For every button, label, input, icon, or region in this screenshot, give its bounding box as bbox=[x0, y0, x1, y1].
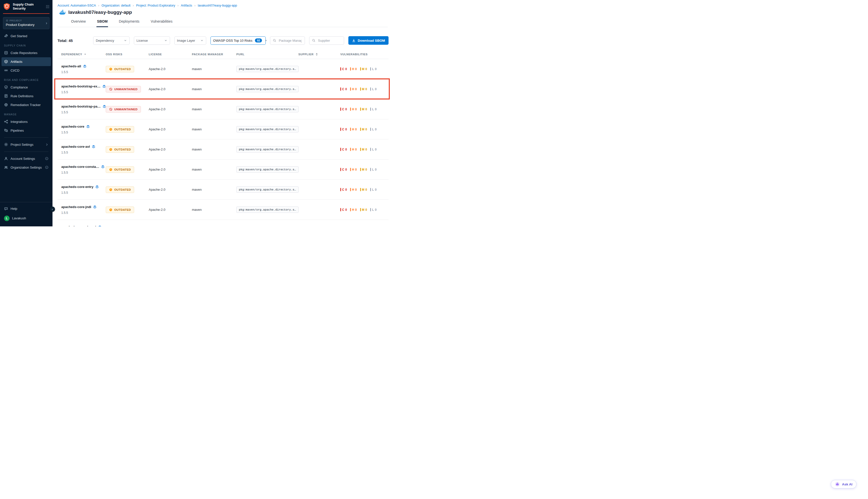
table-row[interactable]: apacheds-core-shared1.5.5OUTDATEDApache-… bbox=[58, 220, 388, 227]
remediation-icon bbox=[4, 103, 8, 107]
filter-owasp-oss-top-10-risks[interactable]: OWASP OSS Top 10 Risks02 bbox=[210, 36, 266, 45]
dependency-cell: apacheds-core-entry1.5.5 bbox=[58, 185, 102, 194]
purl-chip[interactable]: pkg:maven/org.apache.directory.s… bbox=[236, 186, 299, 193]
dependency-version: 1.5.5 bbox=[61, 111, 102, 114]
nav-section-label: RISK AND COMPLIANCE bbox=[0, 75, 52, 83]
sidebar-nav: Get StartedSUPPLY CHAINCode Repositories… bbox=[0, 32, 52, 135]
help-chat-icon bbox=[4, 207, 8, 211]
severity-count: 0 bbox=[375, 127, 377, 131]
sidebar-item-account-settings[interactable]: Account Settings bbox=[0, 154, 52, 163]
main-area: Account: Automation-SSCA›Organization: d… bbox=[52, 0, 394, 227]
sidebar-item-compliance[interactable]: Compliance bbox=[0, 83, 52, 92]
table-row[interactable]: apacheds-core-consta…1.5.5OUTDATEDApache… bbox=[58, 160, 388, 180]
package-manager: maven bbox=[188, 208, 233, 211]
search-input-supplier[interactable] bbox=[318, 38, 341, 43]
filter-image-layer[interactable]: Image Layer bbox=[174, 36, 206, 45]
oss-risk-label: OUTDATED bbox=[114, 128, 131, 131]
severity-count: 0 bbox=[375, 188, 377, 192]
sidebar-item-rule-definitions[interactable]: Rule Definitions bbox=[0, 92, 52, 100]
severity-label: L bbox=[372, 148, 374, 151]
table-row[interactable]: apacheds-core-entry1.5.5OUTDATEDApache-2… bbox=[58, 180, 388, 200]
oss-risk-cell: OUTDATED bbox=[102, 126, 145, 133]
oss-risk-badge: OUTDATED bbox=[106, 66, 134, 72]
severity-bar bbox=[360, 127, 361, 131]
sidebar-item-ci-cd[interactable]: CI/CD bbox=[0, 66, 52, 75]
severity-label: H bbox=[352, 108, 354, 111]
severity-low: L0 bbox=[370, 148, 376, 151]
sidebar-item-integrations[interactable]: Integrations bbox=[0, 117, 52, 126]
project-selector[interactable]: PROJECT Product Exploratory › bbox=[3, 17, 49, 29]
sort-icon[interactable] bbox=[315, 53, 318, 56]
purl-chip[interactable]: pkg:maven/org.apache.directory.s… bbox=[236, 86, 299, 92]
severity-count: 0 bbox=[365, 127, 367, 131]
oss-risk-label: OUTDATED bbox=[114, 148, 131, 151]
breadcrumb-link[interactable]: Artifacts bbox=[181, 4, 192, 7]
purl-chip[interactable]: pkg:maven/org.apache.directory.s… bbox=[236, 66, 299, 72]
sidebar-item-remediation-tracker[interactable]: Remediation Tracker bbox=[0, 100, 52, 109]
download-sbom-button[interactable]: Download SBOM bbox=[348, 36, 388, 45]
purl-chip[interactable]: pkg:maven/org.apache.directory.s… bbox=[236, 126, 299, 132]
severity-count: 0 bbox=[355, 208, 357, 211]
tab-sbom[interactable]: SBOM bbox=[97, 19, 108, 27]
breadcrumb-link[interactable]: Project: Product Exploratory bbox=[136, 4, 175, 7]
purl-chip[interactable]: pkg:maven/org.apache.directory.s… bbox=[236, 207, 299, 213]
oss-risk-badge: OUTDATED bbox=[106, 207, 134, 213]
license: Apache-2.0 bbox=[145, 168, 188, 171]
filter-license[interactable]: License bbox=[134, 36, 170, 45]
column-header-supplier[interactable]: SUPPLIER bbox=[295, 53, 337, 56]
severity-label: C bbox=[342, 127, 344, 131]
sidebar-item-label: Get Started bbox=[11, 34, 27, 38]
severity-bar bbox=[360, 87, 361, 91]
table-row[interactable]: apacheds-bootstrap-ex…1.5.5UNMAINTAINEDA… bbox=[58, 79, 388, 99]
tab-overview[interactable]: Overview bbox=[71, 19, 86, 27]
dependency-name: apacheds-core-consta… bbox=[61, 165, 99, 169]
chevron-down-icon bbox=[124, 39, 127, 42]
sidebar-item-project-settings[interactable]: Project Settings bbox=[0, 140, 52, 149]
vulnerability-counts: C0H0M0L0 bbox=[337, 168, 388, 171]
table-row[interactable]: apacheds-all1.5.5OUTDATEDApache-2.0maven… bbox=[58, 59, 388, 79]
column-header-dependency[interactable]: DEPENDENCY bbox=[58, 53, 102, 56]
oss-risk-badge: OUTDATED bbox=[106, 126, 134, 133]
purl-chip[interactable]: pkg:maven/org.apache.directory.s… bbox=[236, 146, 299, 153]
purl-chip[interactable]: pkg:maven/org.apache.directory.s… bbox=[236, 106, 299, 112]
sidebar-item-code-repositories[interactable]: Code Repositories bbox=[0, 48, 52, 57]
severity-medium: M0 bbox=[360, 148, 367, 151]
sidebar-item-pipelines[interactable]: Pipelines bbox=[0, 126, 52, 135]
sidebar-collapse-button[interactable]: ‹ bbox=[50, 207, 55, 212]
module-switcher-icon[interactable] bbox=[46, 5, 49, 9]
table-row[interactable]: apacheds-bootstrap-pa…1.5.5UNMAINTAINEDA… bbox=[58, 99, 388, 119]
sidebar-item-get-started[interactable]: Get Started bbox=[0, 32, 52, 40]
table-row[interactable]: apacheds-core-avl1.5.5OUTDATEDApache-2.0… bbox=[58, 139, 388, 160]
table-row[interactable]: apacheds-core-jndi1.5.5OUTDATEDApache-2.… bbox=[58, 200, 388, 220]
table-body: apacheds-all1.5.5OUTDATEDApache-2.0maven… bbox=[58, 59, 388, 227]
table-row[interactable]: apacheds-core1.5.5OUTDATEDApache-2.0mave… bbox=[58, 119, 388, 139]
severity-label: H bbox=[352, 127, 354, 131]
severity-label: M bbox=[362, 67, 364, 71]
severity-medium: M0 bbox=[360, 208, 367, 211]
account-icon bbox=[4, 157, 8, 160]
tab-vulnerabilities[interactable]: Vulnerabilities bbox=[150, 19, 173, 27]
sidebar-item-help[interactable]: Help bbox=[0, 204, 52, 213]
purl-chip[interactable]: pkg:maven/org.apache.directory.s… bbox=[236, 166, 299, 173]
dependency-name: apacheds-bootstrap-pa… bbox=[61, 105, 101, 108]
user-menu[interactable]: L Lavakush bbox=[0, 213, 52, 223]
search-input-package-manager[interactable] bbox=[278, 38, 302, 43]
sidebar-item-artifacts[interactable]: Artifacts bbox=[1, 57, 51, 66]
sidebar-footer: Help L Lavakush bbox=[0, 202, 52, 227]
page-header: Account: Automation-SSCA›Organization: d… bbox=[52, 0, 394, 27]
severity-label: L bbox=[372, 127, 374, 131]
scs-shield-logo-icon bbox=[3, 3, 11, 10]
total-count: Total: 45 bbox=[58, 38, 73, 43]
breadcrumb-link[interactable]: lavakush07/easy-buggy-app bbox=[198, 4, 237, 7]
breadcrumb-link[interactable]: Account: Automation-SSCA bbox=[58, 4, 96, 7]
tab-deployments[interactable]: Deployments bbox=[118, 19, 140, 27]
sort-desc-icon[interactable] bbox=[84, 53, 87, 56]
severity-critical: C0 bbox=[340, 87, 347, 91]
severity-label: H bbox=[352, 208, 354, 211]
chevron-right-icon: › bbox=[46, 21, 47, 26]
filter-dependency[interactable]: Dependency bbox=[93, 36, 129, 45]
sidebar-item-label: Integrations bbox=[11, 120, 28, 124]
sidebar-item-organization-settings[interactable]: Organization Settings bbox=[0, 163, 52, 172]
breadcrumb-link[interactable]: Organization: default bbox=[101, 4, 131, 7]
severity-bar bbox=[370, 87, 371, 91]
